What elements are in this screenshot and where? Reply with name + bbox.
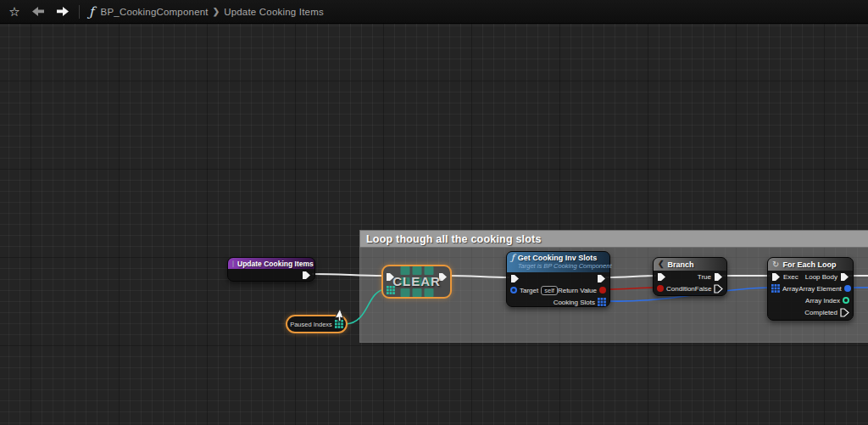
node-branch-title: Branch bbox=[668, 260, 694, 269]
breadcrumb: BP_CookingComponent ❯ Update Cooking Ite… bbox=[101, 7, 324, 17]
node-branch[interactable]: ❮ Branch True Condition False bbox=[653, 257, 727, 296]
array-index-int-pin[interactable] bbox=[843, 297, 849, 304]
node-foreach-title: For Each Loop bbox=[782, 260, 836, 269]
function-icon: ƒ bbox=[511, 254, 515, 262]
node-get-cooking-inv-slots[interactable]: ƒ Get Cooking Inv Slots Target is BP Coo… bbox=[506, 251, 610, 307]
paused-indexs-array-pin[interactable] bbox=[335, 320, 343, 328]
node-paused-indexs-variable[interactable]: Paused Indexs bbox=[286, 315, 348, 333]
exec-in-pin[interactable] bbox=[771, 272, 781, 282]
condition-bool-pin[interactable] bbox=[657, 285, 664, 292]
paused-indexs-title: Paused Indexs bbox=[290, 321, 332, 328]
event-icon bbox=[232, 260, 234, 267]
array-index-label: Array Index bbox=[805, 297, 840, 305]
comment-header[interactable]: Loop though all the cooking slots bbox=[359, 230, 868, 248]
true-pin-label: True bbox=[698, 273, 711, 281]
node-get-header: ƒ Get Cooking Inv Slots Target is BP Coo… bbox=[507, 252, 609, 272]
target-object-pin[interactable] bbox=[510, 287, 517, 294]
branch-icon: ❮ bbox=[658, 260, 665, 268]
array-input-pin[interactable] bbox=[771, 284, 780, 293]
target-pin-label: Target bbox=[520, 287, 538, 294]
condition-pin-label: Condition bbox=[666, 285, 695, 293]
false-pin-label: False bbox=[695, 285, 712, 293]
node-update-header: Update Cooking Items bbox=[228, 258, 314, 269]
wire-layer bbox=[0, 24, 868, 425]
loop-icon: ↻ bbox=[772, 260, 779, 269]
favorite-button[interactable]: ☆ bbox=[5, 3, 24, 21]
node-update-cooking-items[interactable]: Update Cooking Items bbox=[227, 257, 315, 282]
exec-out-pin[interactable] bbox=[597, 274, 606, 283]
node-get-title: Get Cooking Inv Slots bbox=[518, 254, 612, 262]
node-clear-title: CLEAR bbox=[383, 274, 450, 288]
breadcrumb-current[interactable]: Update Cooking Items bbox=[224, 7, 324, 17]
loop-body-exec-pin[interactable] bbox=[840, 272, 849, 282]
completed-exec-pin[interactable] bbox=[840, 308, 849, 317]
exec-pin-label: Exec bbox=[783, 273, 798, 281]
node-clear-array[interactable]: CLEAR bbox=[381, 265, 452, 299]
node-get-subtitle: Target is BP Cooking Component bbox=[518, 262, 612, 271]
back-arrow-icon bbox=[32, 7, 45, 16]
target-self-value[interactable]: self bbox=[541, 286, 558, 295]
graph-toolbar: ☆ ƒ BP_CookingComponent ❯ Update Cooking… bbox=[0, 0, 868, 24]
array-pin-label: Array bbox=[782, 285, 798, 293]
cooking-slots-label: Cooking Slots bbox=[554, 299, 595, 306]
forward-arrow-icon bbox=[56, 7, 69, 16]
array-element-pin[interactable] bbox=[844, 285, 851, 292]
comment-title: Loop though all the cooking slots bbox=[366, 233, 542, 245]
blueprint-graph-canvas[interactable]: Loop though all the cooking slots Update… bbox=[0, 24, 868, 425]
breadcrumb-root[interactable]: BP_CookingComponent bbox=[101, 7, 209, 17]
back-button[interactable] bbox=[29, 3, 47, 21]
false-exec-pin[interactable] bbox=[714, 284, 723, 294]
forward-button[interactable] bbox=[53, 3, 71, 21]
node-branch-header: ❮ Branch bbox=[654, 258, 726, 271]
node-for-each-loop[interactable]: ↻ For Each Loop Exec Loop Body bbox=[767, 257, 854, 321]
node-foreach-header: ↻ For Each Loop bbox=[768, 258, 853, 271]
loop-body-label: Loop Body bbox=[805, 273, 837, 281]
completed-label: Completed bbox=[804, 309, 837, 316]
cooking-slots-array-pin[interactable] bbox=[598, 298, 606, 306]
breadcrumb-separator-icon: ❯ bbox=[213, 7, 220, 16]
exec-out-pin[interactable] bbox=[302, 271, 311, 280]
node-update-title: Update Cooking Items bbox=[237, 260, 314, 268]
return-value-bool-pin[interactable] bbox=[599, 287, 606, 294]
star-icon: ☆ bbox=[8, 4, 19, 20]
toolbar-divider bbox=[79, 5, 80, 19]
exec-in-pin[interactable] bbox=[657, 272, 666, 282]
return-value-label: Return Value bbox=[558, 287, 597, 294]
true-exec-pin[interactable] bbox=[714, 272, 723, 282]
exec-in-pin[interactable] bbox=[510, 274, 520, 283]
array-element-label: Array Element bbox=[798, 285, 842, 293]
function-icon: ƒ bbox=[87, 4, 96, 20]
